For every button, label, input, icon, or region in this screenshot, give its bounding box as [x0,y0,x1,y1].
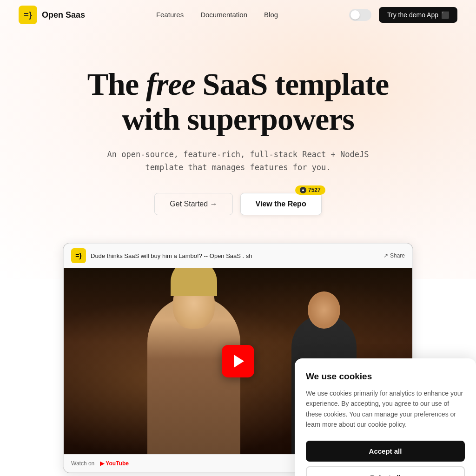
heading-em: free [146,66,195,102]
toggle-knob [350,10,360,20]
nav-features[interactable]: Features [156,11,184,19]
nav-documentation[interactable]: Documentation [200,11,247,19]
reject-all-button[interactable]: Reject all [306,466,465,476]
github-stars: 7527 [308,187,321,193]
video-header: =} Dude thinks SaaS will buy him a Lambo… [64,244,412,268]
share-button[interactable]: ↗ Share [383,252,405,259]
logo-link[interactable]: =} Open Saas [19,6,85,24]
logo-text: Open Saas [42,10,85,20]
get-started-button[interactable]: Get Started → [154,193,232,215]
heading-part1: The [87,66,146,102]
demo-btn-icon: ⬛ [441,11,449,19]
heading-line2: with superpowers [122,101,354,137]
github-badge: ● 7527 [295,185,325,195]
yt-logo: =} [71,248,86,263]
video-title: Dude thinks SaaS will buy him a Lambo!? … [91,252,252,259]
cookie-text: We use cookies primarily for analytics t… [306,388,465,430]
view-repo-wrapper: ● 7527 View the Repo [240,193,322,215]
play-icon [234,355,244,368]
hero-section: The free SaaS template with superpowers … [0,30,476,243]
nav-blog[interactable]: Blog [264,11,278,19]
theme-toggle[interactable] [349,9,371,21]
demo-app-button[interactable]: Try the demo App ⬛ [379,7,457,23]
hero-subtitle: An open-source, feature-rich, full-stack… [19,148,457,175]
demo-btn-label: Try the demo App [387,11,438,19]
youtube-label: ▶ YouTube [100,460,129,467]
play-button[interactable] [222,345,254,377]
share-label: Share [390,252,405,259]
nav-links: Features Documentation Blog [156,11,278,19]
heading-part2: SaaS template [195,66,389,102]
view-repo-button[interactable]: View the Repo [240,193,322,215]
accept-all-button[interactable]: Accept all [306,441,465,462]
nav-right: Try the demo App ⬛ [349,7,457,23]
logo-icon: =} [19,6,37,24]
cookie-title: We use cookies [306,371,465,382]
cookie-banner: We use cookies We use cookies primarily … [295,358,476,476]
github-icon: ● [300,187,306,193]
watch-on-label: Watch on [71,460,94,467]
navbar: =} Open Saas Features Documentation Blog… [0,0,476,30]
share-icon: ↗ [383,252,388,259]
video-header-left: =} Dude thinks SaaS will buy him a Lambo… [71,248,252,263]
hero-heading: The free SaaS template with superpowers [19,67,457,137]
hero-buttons: Get Started → ● 7527 View the Repo [19,193,457,215]
